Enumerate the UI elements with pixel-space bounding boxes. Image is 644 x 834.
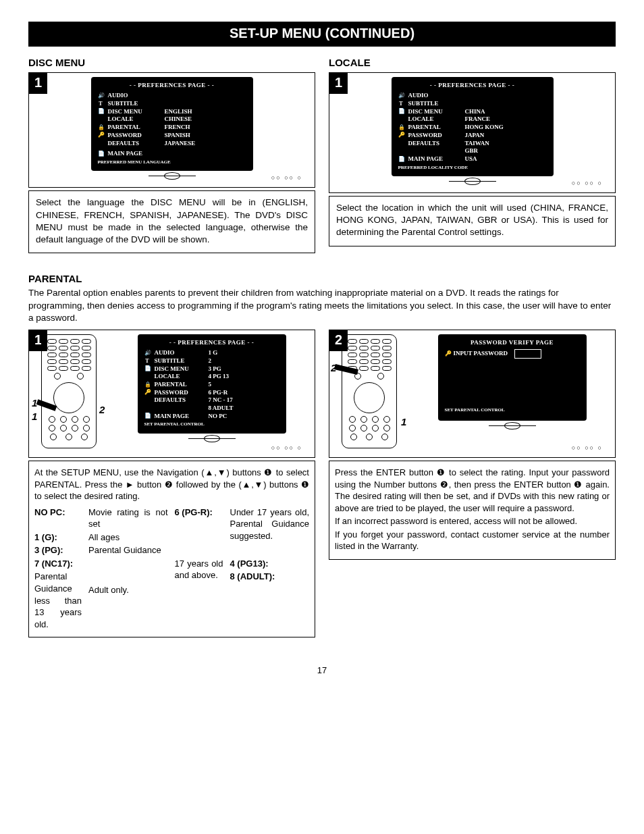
main-page-link: MAIN PAGE — [108, 150, 161, 158]
ratings-list: NO PC:Movie rating is not set 6 (PG-R):U… — [34, 506, 309, 630]
text-icon: T — [98, 101, 104, 107]
rating-label: 8 (ADULT): — [230, 571, 310, 583]
menu-item: LOCALE — [108, 115, 161, 124]
rating-desc: Movie rating is not set — [88, 506, 168, 530]
parental-step1-desc-panel: At the SETUP MENU, use the Navigation (▲… — [28, 461, 315, 637]
speaker-icon: 🔊 — [144, 350, 151, 357]
menu-item: AUDIO — [408, 92, 461, 100]
key-icon: 🔑 — [398, 132, 404, 138]
password-input-box — [514, 349, 541, 359]
tv-graphic: - - PREFERENCES PAGE - - 🔊AUDIO TSUBTITL… — [392, 77, 554, 188]
disc-menu-heading: DISC MENU — [28, 56, 315, 70]
callout-2: 2 — [99, 403, 105, 417]
tv-buttons-icon: ○○ ○○ ○ — [572, 444, 603, 452]
disc-menu-step-panel: 1 - - PREFERENCES PAGE - - 🔊AUDIO TSUBTI… — [28, 72, 315, 188]
step-badge: 1 — [329, 73, 348, 94]
locale-desc-panel: Select the location in which the unit wi… — [329, 196, 616, 246]
locale-description: Select the location in which the unit wi… — [336, 202, 608, 239]
page-icon: 📄 — [98, 108, 104, 115]
section-title: SET-UP MENU (CONTINUED) — [28, 22, 616, 47]
key-icon: 🔑 — [98, 132, 104, 138]
page-number: 17 — [28, 664, 616, 677]
parental-step2-desc-panel: Press the ENTER button ❶ to select the r… — [329, 461, 616, 560]
rating-desc: Under 17 years old, Parental Guidance su… — [230, 506, 310, 556]
input-password-label: INPUT PASSWORD — [454, 350, 508, 358]
menu-value: 3 PG — [209, 365, 279, 373]
rating-label: 7 (NC17): — [34, 558, 82, 570]
screen-title: PASSWORD VERIFY PAGE — [445, 338, 580, 346]
parental-section: PARENTAL The Parental option enables par… — [28, 272, 616, 324]
menu-value: 1 G — [209, 349, 279, 357]
main-page-link: MAIN PAGE — [408, 155, 461, 163]
menu-value: HONG KONG — [465, 124, 547, 132]
parental-step2-col: 2 2 1 — [329, 330, 616, 637]
lock-icon: 🔒 — [98, 124, 104, 131]
rating-label: 1 (G): — [34, 531, 82, 544]
tv-buttons-icon: ○○ ○○ ○ — [572, 179, 603, 187]
key-icon: 🔑 — [445, 350, 451, 357]
tv-stand-icon — [91, 171, 253, 183]
menu-value: JAPANESE — [165, 140, 246, 148]
screen-footer: PREFERRED MENU LANGUAGE — [98, 159, 246, 165]
row-disc-locale: DISC MENU 1 - - PREFERENCES PAGE - - 🔊AU… — [28, 56, 616, 253]
screen-footer: PREFERRED LOCALITY CODE — [398, 165, 547, 171]
menu-item: DISC MENU — [408, 108, 461, 116]
menu-value: JAPAN — [465, 132, 547, 140]
parental-step2-desc-c: If you forget your password, contact cus… — [335, 529, 610, 552]
screen-title: - - PREFERENCES PAGE - - — [144, 338, 279, 346]
tv-buttons-icon: ○○ ○○ ○ — [271, 174, 302, 182]
menu-item: DEFAULTS — [108, 140, 161, 148]
menu-value: 8 ADULT — [209, 405, 279, 413]
disc-menu-desc-panel: Select the language the DISC MENU will b… — [28, 190, 315, 253]
menu-value: CHINA — [465, 108, 547, 116]
preferences-screen: - - PREFERENCES PAGE - - 🔊AUDIO1 G TSUBT… — [138, 334, 286, 434]
rating-desc: All ages — [88, 531, 168, 544]
rating-desc: Parental Guidance less than 13 years old… — [34, 571, 82, 630]
menu-value: 7 NC - 17 — [209, 396, 279, 405]
screen-title: - - PREFERENCES PAGE - - — [398, 81, 547, 89]
parental-step1-desc: At the SETUP MENU, use the Navigation (▲… — [34, 467, 309, 502]
callout-arrow-icon — [333, 361, 365, 382]
tv-buttons-icon: ○○ ○○ ○ — [271, 444, 302, 452]
remote-graphic: 1 1 2 — [33, 334, 107, 448]
page-icon: 📄 — [98, 151, 104, 157]
rating-label: NO PC: — [34, 506, 82, 530]
menu-value: FRANCE — [465, 115, 547, 124]
page-icon: 📄 — [398, 156, 404, 163]
menu-item: SUBTITLE — [108, 100, 161, 108]
parental-step1-col: 1 1 1 — [28, 330, 315, 637]
menu-value: NO PC — [209, 413, 279, 421]
screen-title: - - PREFERENCES PAGE - - — [98, 81, 246, 89]
tv-stand-icon — [138, 434, 286, 446]
menu-item: DISC MENU — [155, 365, 205, 373]
menu-value: 5 — [209, 381, 279, 389]
parental-step2-panel: 2 2 1 — [329, 330, 616, 458]
dpad-icon — [354, 382, 385, 413]
parental-step1-panel: 1 1 1 — [28, 330, 315, 458]
parental-heading: PARENTAL — [28, 272, 616, 286]
menu-value: TAIWAN — [465, 140, 547, 148]
speaker-icon: 🔊 — [398, 93, 404, 99]
callout-1: 1 — [401, 415, 406, 429]
menu-item: PASSWORD — [408, 132, 461, 140]
menu-value: 4 PG 13 — [209, 373, 279, 381]
menu-value: GBR — [465, 147, 547, 155]
menu-item: PARENTAL — [408, 124, 461, 132]
page-icon: 📄 — [144, 365, 151, 372]
step-badge: 1 — [29, 73, 47, 94]
menu-value: ENGLISH — [165, 108, 246, 116]
tv-stand-icon — [392, 176, 554, 188]
menu-item: DEFAULTS — [408, 140, 461, 148]
password-screen: PASSWORD VERIFY PAGE 🔑INPUT PASSWORD SET… — [438, 334, 587, 421]
speaker-icon: 🔊 — [98, 93, 104, 99]
main-page-link: MAIN PAGE — [155, 413, 205, 421]
menu-value: USA — [465, 155, 547, 163]
text-icon: T — [398, 101, 404, 107]
menu-item: DISC MENU — [108, 108, 161, 116]
screen-footer: SET PARENTAL CONTROL — [144, 421, 279, 427]
rating-desc: 17 years old and above. — [175, 558, 223, 583]
menu-item: AUDIO — [155, 349, 205, 357]
screen-footer: SET PARENTAL CONTROL — [445, 407, 580, 413]
menu-item: AUDIO — [108, 92, 161, 100]
menu-item: LOCALE — [408, 115, 461, 124]
